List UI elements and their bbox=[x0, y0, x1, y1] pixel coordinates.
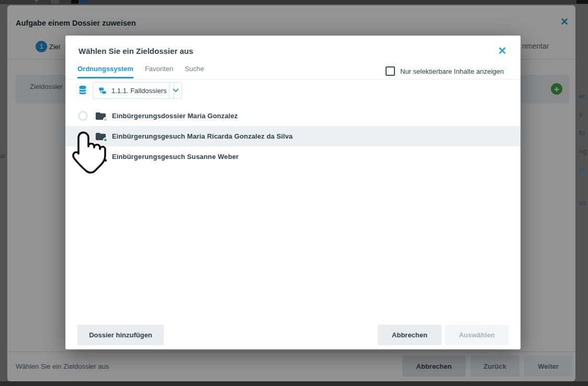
breadcrumb-current-node[interactable]: 1.1.1. Falldossiers bbox=[93, 82, 174, 99]
list-item-dossier[interactable]: Einbürgerungsgesuch Maria Ricarda Gonzal… bbox=[65, 126, 521, 146]
dossier-folder-icon bbox=[95, 111, 106, 121]
divider bbox=[65, 79, 521, 80]
tab-favoriten[interactable]: Favoriten bbox=[145, 65, 173, 78]
hand-cursor-icon bbox=[70, 130, 110, 176]
hierarchy-icon bbox=[98, 86, 107, 95]
modal-title: Wählen Sie ein Zieldossier aus bbox=[78, 47, 193, 55]
list-item-dossier[interactable]: Einbürgerungsgesuch Susanne Weber bbox=[65, 146, 521, 167]
status-dot bbox=[103, 117, 108, 122]
chevron-down-icon bbox=[173, 88, 179, 93]
select-button-disabled[interactable]: Auswählen bbox=[445, 325, 508, 345]
add-dossier-button[interactable]: Dossier hinzufügen bbox=[77, 325, 164, 345]
ordnungssystem-root-button[interactable] bbox=[76, 83, 89, 97]
dossier-label: Einbürgerungsgesuch Susanne Weber bbox=[112, 153, 239, 161]
dossier-list: Einbürgerungsdossier Maria Gonzalez Einb… bbox=[65, 106, 521, 167]
dossier-label: Einbürgerungsdossier Maria Gonzalez bbox=[112, 112, 238, 120]
breadcrumb-dropdown-button[interactable] bbox=[169, 82, 182, 99]
checkbox-label: Nur selektierbare Inhalte anzeigen bbox=[400, 67, 504, 75]
tab-bar: Ordnungssystem Favoriten Suche bbox=[77, 65, 204, 78]
tab-ordnungssystem[interactable]: Ordnungssystem bbox=[77, 65, 133, 78]
filter-checkbox-group[interactable]: Nur selektierbare Inhalte anzeigen bbox=[386, 66, 504, 76]
screen: ar er s fü ng rl ss Aufgabe einem Dossie… bbox=[0, 0, 588, 386]
radio-unselected[interactable] bbox=[78, 111, 88, 121]
list-item-dossier[interactable]: Einbürgerungsdossier Maria Gonzalez bbox=[65, 106, 521, 126]
close-icon[interactable]: ✕ bbox=[494, 43, 510, 59]
checkbox-unchecked[interactable] bbox=[386, 66, 395, 76]
cancel-button[interactable]: Abbrechen bbox=[378, 325, 442, 345]
dossier-label: Einbürgerungsgesuch Maria Ricarda Gonzal… bbox=[112, 132, 292, 140]
select-target-dossier-modal: Wählen Sie ein Zieldossier aus ✕ Ordnung… bbox=[65, 36, 521, 349]
tab-suche[interactable]: Suche bbox=[185, 65, 204, 78]
database-icon bbox=[77, 84, 88, 96]
breadcrumb-label: 1.1.1. Falldossiers bbox=[111, 87, 167, 95]
